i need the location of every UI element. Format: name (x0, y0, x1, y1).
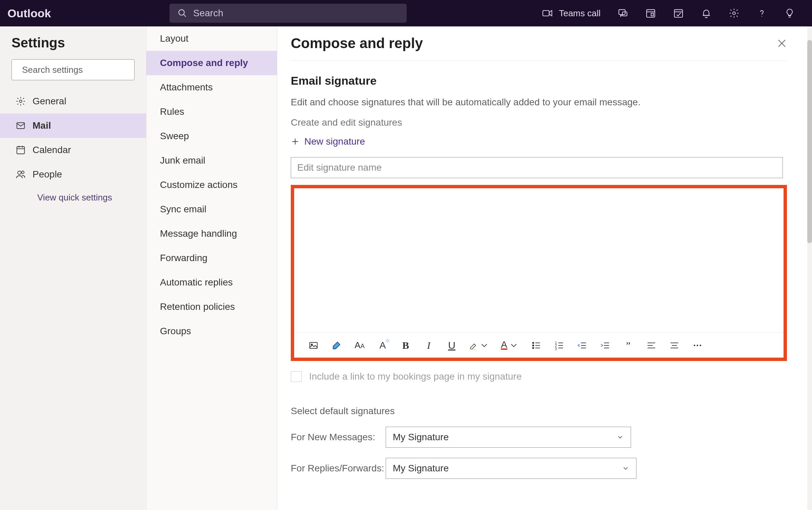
global-search-input[interactable] (193, 8, 399, 19)
align-center-button[interactable] (669, 340, 680, 351)
category-mail[interactable]: Mail (0, 113, 146, 138)
svg-point-54 (696, 344, 698, 346)
font-color-button[interactable]: A (501, 340, 519, 351)
svg-point-0 (179, 10, 184, 15)
global-search[interactable] (169, 4, 407, 23)
settings-search-input[interactable] (22, 65, 132, 75)
insert-image-button[interactable] (308, 340, 319, 351)
align-left-icon (646, 340, 656, 350)
for-new-messages-label: For New Messages: (291, 432, 386, 443)
svg-point-29 (532, 342, 534, 343)
subnav-compose-and-reply[interactable]: Compose and reply (146, 51, 277, 75)
format-painter-button[interactable] (331, 340, 342, 351)
underline-button[interactable]: U (446, 340, 458, 351)
gear-icon[interactable] (729, 8, 739, 19)
italic-button[interactable]: I (423, 340, 434, 351)
for-replies-forwards-label: For Replies/Forwards: (291, 463, 386, 474)
for-new-messages-row: For New Messages: My Signature (291, 427, 787, 448)
scrollbar-thumb[interactable] (807, 40, 812, 243)
align-left-button[interactable] (646, 340, 657, 351)
subnav-automatic-replies[interactable]: Automatic replies (146, 270, 277, 295)
bullets-icon (531, 340, 541, 350)
chevron-down-icon (479, 340, 489, 350)
category-general[interactable]: General (0, 89, 146, 113)
new-signature-label: New signature (304, 136, 365, 147)
subnav-junk-email[interactable]: Junk email (146, 148, 277, 173)
select-value: My Signature (393, 432, 449, 443)
bookings-link-checkbox-row[interactable]: Include a link to my bookings page in my… (291, 371, 787, 382)
settings-title: Settings (0, 35, 146, 59)
bell-icon[interactable] (701, 8, 712, 19)
bold-button[interactable]: B (400, 340, 411, 351)
outdent-icon (577, 340, 587, 350)
search-icon (178, 8, 187, 18)
category-label: People (33, 169, 62, 180)
subnav-sweep[interactable]: Sweep (146, 124, 277, 148)
svg-rect-8 (674, 9, 683, 17)
svg-rect-7 (651, 13, 653, 16)
subnav-sync-email[interactable]: Sync email (146, 197, 277, 221)
view-quick-settings-link[interactable]: View quick settings (0, 187, 146, 208)
teams-call-label: Teams call (559, 8, 601, 19)
signature-editor-textarea[interactable] (294, 188, 784, 333)
category-label: General (33, 96, 66, 107)
lightbulb-icon[interactable] (784, 8, 795, 19)
image-icon (308, 340, 319, 350)
category-calendar[interactable]: Calendar (0, 138, 146, 162)
video-icon (542, 8, 553, 19)
font-size-button[interactable]: A◇ (377, 340, 388, 351)
chevron-down-icon (616, 433, 624, 441)
new-signature-button[interactable]: New signature (291, 136, 787, 147)
category-people[interactable]: People (0, 162, 146, 187)
numbered-list-button[interactable]: 123 (553, 340, 565, 351)
svg-rect-4 (623, 12, 627, 16)
font-family-button[interactable]: AA (354, 340, 365, 351)
subnav-rules[interactable]: Rules (146, 100, 277, 124)
subnav-attachments[interactable]: Attachments (146, 75, 277, 100)
editor-toolbar: AA A◇ B I U A 123 (294, 333, 784, 358)
help-icon[interactable] (756, 8, 767, 19)
indent-icon (600, 340, 610, 350)
panel-header: Compose and reply (291, 35, 787, 61)
settings-sidebar: Settings General Mail Calendar People Vi… (0, 26, 146, 510)
quote-button[interactable]: ” (623, 340, 634, 351)
subnav-forwarding[interactable]: Forwarding (146, 246, 277, 270)
indent-button[interactable] (600, 340, 611, 351)
svg-point-53 (694, 344, 695, 346)
people-icon (16, 169, 26, 179)
more-options-button[interactable] (692, 340, 703, 351)
for-new-messages-select[interactable]: My Signature (386, 427, 631, 448)
outdent-button[interactable] (576, 340, 588, 351)
svg-rect-16 (17, 147, 25, 154)
teams-call-button[interactable]: Teams call (542, 8, 601, 19)
panel-scrollbar[interactable] (807, 26, 812, 510)
svg-point-10 (733, 12, 735, 15)
for-replies-forwards-row: For Replies/Forwards: My Signature (291, 458, 787, 479)
chat-icon[interactable] (617, 8, 628, 19)
category-label: Mail (33, 120, 51, 131)
calendar-day-icon[interactable] (645, 8, 656, 19)
ellipsis-icon (692, 340, 703, 350)
select-value: My Signature (393, 463, 449, 474)
subnav-layout[interactable]: Layout (146, 26, 277, 51)
svg-point-21 (22, 171, 24, 174)
subnav-retention-policies[interactable]: Retention policies (146, 295, 277, 319)
for-replies-forwards-select[interactable]: My Signature (386, 458, 636, 479)
mail-icon (16, 121, 26, 131)
svg-point-55 (699, 344, 701, 346)
category-label: Calendar (33, 145, 71, 155)
svg-point-30 (532, 345, 534, 346)
gear-icon (16, 96, 26, 106)
subnav-message-handling[interactable]: Message handling (146, 221, 277, 246)
subnav-customize-actions[interactable]: Customize actions (146, 173, 277, 197)
checkbox[interactable] (291, 371, 302, 382)
settings-search[interactable] (12, 59, 135, 80)
signature-name-input[interactable] (291, 157, 783, 178)
task-check-icon[interactable] (673, 8, 684, 19)
bookings-link-label: Include a link to my bookings page in my… (309, 371, 522, 382)
close-icon[interactable] (777, 38, 787, 48)
highlight-color-button[interactable] (469, 340, 489, 351)
bullet-list-button[interactable] (530, 340, 542, 351)
highlighter-icon (469, 341, 478, 350)
subnav-groups[interactable]: Groups (146, 319, 277, 343)
